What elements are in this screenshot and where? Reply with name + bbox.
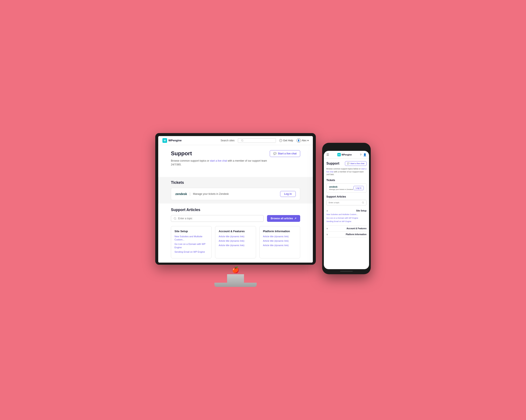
zendesk-box: zendesk | Manage your tickets in Zendesk… [171,188,300,200]
topic-search-input[interactable] [178,217,261,220]
article-link[interactable]: Sending Email on WP Engine [174,250,208,254]
chat-icon: 💬 [273,152,276,155]
article-link[interactable]: Go Live on a Domain with WP Engine [174,243,208,249]
accordion-platform-info-header[interactable]: ∨ Platform Information [326,233,366,236]
mobile-search-box[interactable] [326,200,366,205]
mobile-description: Browse common support topics below or st… [326,167,366,176]
nav-search-box[interactable] [238,138,276,143]
article-link[interactable]: Article title (dynamic link) [263,235,297,238]
support-articles-title: Support Articles [171,208,300,212]
page-title: Support [171,150,270,157]
mobile-tickets-title: Tickets [326,179,366,182]
wp-logo-icon: W [162,138,167,143]
mobile-topic-input[interactable] [329,202,361,204]
zendesk-left: zendesk | Manage your tickets in Zendesk [175,192,229,196]
category-title-0: Site Setup [174,230,208,233]
nav-user[interactable]: 👤 Alex ▾ [297,138,309,143]
chevron-down-icon: ∨ [326,233,328,236]
svg-point-0 [242,139,243,141]
article-link[interactable]: Article title (dynamic link) [263,239,297,243]
help-label: Get Help [283,139,293,142]
search-icon [174,217,176,220]
start-live-chat-button[interactable]: 💬 Start a live chat [270,150,300,157]
article-link[interactable]: New Subsites and Multisite Custom... [174,235,208,241]
scene: W WPengine Search sites ? Get Help [155,133,371,287]
mobile-wp-text: WPengine [342,154,352,156]
article-link[interactable]: Article title (dynamic link) [219,235,252,238]
articles-search-row: Browse all articles ↗ [171,215,300,222]
mobile-page-title: Support [326,162,339,165]
mobile-article-link[interactable]: Go Live on a Domain with WP Engine [326,217,366,219]
mobile-content: Support 💬 Start a live chat Browse commo… [324,159,369,240]
svg-point-1 [174,217,176,219]
mobile-start-chat-button[interactable]: 💬 Start a live chat [345,161,366,166]
monitor-screen: W WPengine Search sites ? Get Help [158,136,313,263]
browse-all-articles-button[interactable]: Browse all articles ↗ [267,215,300,222]
articles-grid: Site Setup New Subsites and Multisite Cu… [171,226,300,259]
nav-help[interactable]: ? Get Help [279,139,293,142]
accordion-site-setup-title: Site Setup [356,210,366,212]
header-row: Support Browse common support topics or … [171,150,300,168]
mobile-login-button[interactable]: Log in [354,186,364,190]
mobile-zendesk-logo: zendesk [329,186,353,188]
support-header-section: Support Browse common support topics or … [158,145,313,177]
chevron-down-icon: ∨ [326,227,328,230]
accordion-site-setup: ∧ Site Setup New Subsites and Multisite … [326,208,366,226]
monitor-frame: W WPengine Search sites ? Get Help [155,133,316,265]
browse-label: Browse all articles [271,217,293,220]
zendesk-login-button[interactable]: Log in [280,191,296,197]
support-title-block: Support Browse common support topics or … [171,150,270,168]
wp-logo[interactable]: W WPengine [162,138,182,143]
accordion-account-features: ∨ Account & Features [326,226,366,232]
phone-notch [338,145,355,150]
phone-home-bar [340,271,353,272]
articles-search-box[interactable] [171,215,264,222]
mobile-help-icon[interactable]: ? [360,153,361,156]
search-icon [241,139,243,142]
article-card-platform-info: Platform Information Article title (dyna… [259,226,300,259]
user-avatar: 👤 [297,138,301,143]
accordion-site-setup-header[interactable]: ∧ Site Setup [326,210,366,212]
mobile-zendesk-left: zendesk Manage your tickets in Zendesk [329,186,353,190]
mobile-nav: ☰ W WPengine ? 👤 [324,151,369,159]
desktop-monitor: W WPengine Search sites ? Get Help [155,133,316,287]
article-link[interactable]: Article title (dynamic link) [219,244,252,247]
article-link[interactable]: Article title (dynamic link) [219,239,252,243]
live-chat-link[interactable]: start a live chat [210,159,227,162]
monitor-neck [227,274,244,283]
monitor-base [214,283,257,287]
zendesk-divider: | [190,192,190,196]
mobile-user-icon[interactable]: 👤 [363,153,366,156]
support-articles-section: Support Articles Browse all articles ↗ [158,204,313,263]
wp-logo-text: WPengine [168,139,182,142]
accordion-account-features-header[interactable]: ∨ Account & Features [326,227,366,230]
hamburger-icon[interactable]: ☰ [326,153,329,156]
mobile-articles-title: Support Articles [326,195,366,198]
mobile-search-icon [362,201,364,204]
phone-frame: ☰ W WPengine ? 👤 Support 💬 Start a live … [322,143,371,274]
mobile-phone: ☰ W WPengine ? 👤 Support 💬 Start a live … [322,143,371,274]
search-sites-label: Search sites [221,139,234,142]
mobile-desc-start: Browse common support topics below or [326,168,361,170]
mobile-header-row: Support 💬 Start a live chat [326,161,366,166]
mobile-wp-logo[interactable]: W WPengine [337,153,352,156]
mobile-zendesk-desc: Manage your tickets in Zendesk [329,188,353,190]
zendesk-description: Manage your tickets in Zendesk [193,193,229,195]
description-start: Browse common support topics or [171,159,210,162]
accordion-account-features-title: Account & Features [347,227,366,230]
page-description: Browse common support topics or start a … [171,159,270,166]
chevron-up-icon: ∧ [326,210,328,212]
mobile-article-link[interactable]: Sending Email on WP Engine [326,220,366,223]
tickets-section: Tickets zendesk | Manage your tickets in… [158,177,313,204]
article-link[interactable]: Article title (dynamic link) [263,244,297,247]
article-card-site-setup: Site Setup New Subsites and Multisite Cu… [171,226,212,259]
accordion-platform-info-title: Platform Information [346,233,366,236]
desktop-app: W WPengine Search sites ? Get Help [158,136,313,263]
zendesk-logo: zendesk [175,192,187,196]
phone-screen: ☰ W WPengine ? 👤 Support 💬 Start a live … [324,151,369,269]
apple-logo: 🍎 [232,265,239,274]
category-title-1: Account & Features [219,230,252,233]
category-title-2: Platform Information [263,230,297,233]
article-card-account-features: Account & Features Article title (dynami… [215,226,256,259]
mobile-article-link[interactable]: New Subsites and Multisite Custom... [326,213,366,216]
